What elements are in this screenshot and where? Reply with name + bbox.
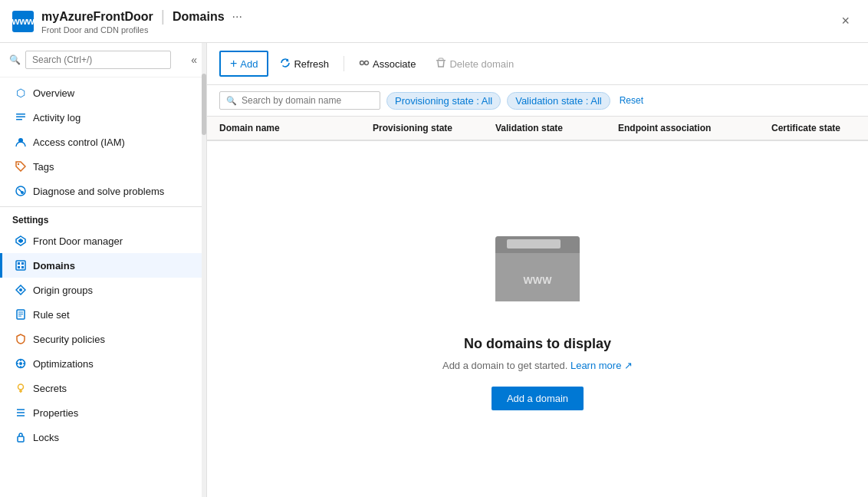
content-area: + Add Refresh <box>207 43 868 497</box>
sidebar-item-label: Activity log <box>33 112 81 123</box>
domains-icon <box>15 259 27 272</box>
origin-groups-icon <box>15 284 27 296</box>
sidebar-item-label: Locks <box>33 432 59 443</box>
table-header: Domain name Provisioning state Validatio… <box>207 117 868 141</box>
svg-rect-40 <box>495 250 580 253</box>
header: www myAzureFrontDoor | Domains ··· Front… <box>0 0 868 43</box>
empty-title: No domains to display <box>464 336 611 352</box>
sidebar-nav: ⬡ Overview Activity log <box>0 77 206 497</box>
search-icon: 🔍 <box>9 54 21 65</box>
svg-rect-33 <box>18 436 24 442</box>
sidebar-item-tags[interactable]: Tags <box>0 154 206 179</box>
scrollbar-track <box>202 43 206 497</box>
svg-rect-11 <box>18 262 20 265</box>
sidebar-item-diagnose[interactable]: Diagnose and solve problems <box>0 179 206 203</box>
sidebar-item-label: Optimizations <box>33 358 94 370</box>
more-options-icon[interactable]: ··· <box>232 10 242 24</box>
sidebar-item-activity-log[interactable]: Activity log <box>0 105 206 130</box>
diagnose-icon <box>15 185 27 197</box>
svg-point-22 <box>19 362 22 365</box>
sidebar-item-secrets[interactable]: Secrets <box>0 376 206 400</box>
svg-rect-37 <box>436 60 446 61</box>
svg-rect-12 <box>21 262 24 265</box>
scrollbar-thumb[interactable] <box>202 74 206 135</box>
access-control-icon <box>15 136 27 148</box>
sidebar-item-label: Tags <box>33 161 54 173</box>
sidebar-item-label: Diagnose and solve problems <box>33 186 164 197</box>
toolbar: + Add Refresh <box>207 43 868 85</box>
svg-rect-1 <box>16 117 25 118</box>
sidebar-item-label: Rule set <box>33 309 70 321</box>
sidebar-item-optimizations[interactable]: Optimizations <box>0 351 206 376</box>
sidebar-item-origin-groups[interactable]: Origin groups <box>0 278 206 302</box>
svg-rect-13 <box>18 266 20 268</box>
sidebar-item-domains[interactable]: Domains <box>0 253 206 278</box>
empty-subtitle: Add a domain to get started. Learn more … <box>442 360 633 371</box>
sidebar-item-front-door-manager[interactable]: Front Door manager <box>0 229 206 253</box>
sidebar-item-label: Overview <box>33 87 74 99</box>
main-layout: 🔍 « ⬡ Overview Activity log <box>0 43 868 497</box>
associate-icon <box>359 58 370 71</box>
page-title: Domains <box>173 10 225 24</box>
delete-domain-button[interactable]: Delete domain <box>427 52 522 76</box>
toolbar-divider <box>344 56 344 71</box>
header-titles: myAzureFrontDoor | Domains ··· Front Doo… <box>41 8 242 35</box>
refresh-icon <box>280 58 291 71</box>
security-policies-icon <box>15 333 27 345</box>
svg-point-34 <box>360 61 364 64</box>
svg-point-27 <box>18 384 24 390</box>
settings-section-label: Settings <box>0 206 206 229</box>
svg-rect-0 <box>16 114 25 115</box>
provisioning-state-filter[interactable]: Provisioning state : All <box>386 92 501 110</box>
sidebar-item-properties[interactable]: Properties <box>0 400 206 425</box>
sidebar-search-area: 🔍 « <box>0 43 206 77</box>
svg-point-35 <box>365 61 369 64</box>
sidebar-item-label: Security policies <box>33 334 105 345</box>
sidebar-collapse-button[interactable]: « <box>191 54 197 66</box>
svg-point-7 <box>21 191 24 194</box>
sidebar-item-label: Properties <box>33 407 78 419</box>
col-certificate-state: Certificate state <box>771 123 868 133</box>
add-button[interactable]: + Add <box>219 51 268 77</box>
sidebar-item-label: Secrets <box>33 383 67 394</box>
add-domain-button[interactable]: Add a domain <box>492 387 584 410</box>
svg-rect-10 <box>16 261 25 270</box>
svg-point-16 <box>19 288 22 291</box>
sidebar-item-overview[interactable]: ⬡ Overview <box>0 81 206 105</box>
external-link-icon: ↗ <box>624 360 633 371</box>
svg-marker-9 <box>18 239 23 243</box>
tags-icon <box>15 160 27 173</box>
domain-search-box[interactable]: 🔍 <box>219 91 380 110</box>
svg-text:WWW: WWW <box>524 275 553 286</box>
sidebar-item-locks[interactable]: Locks <box>0 425 206 449</box>
app-logo: www <box>12 11 34 32</box>
empty-state-icon: WWW <box>488 229 587 321</box>
sidebar-item-security-policies[interactable]: Security policies <box>0 327 206 351</box>
title-separator: | <box>161 8 165 25</box>
overview-icon: ⬡ <box>15 87 27 99</box>
add-icon: + <box>230 57 237 71</box>
refresh-button[interactable]: Refresh <box>271 52 337 76</box>
rule-set-icon <box>15 308 27 321</box>
validation-state-filter[interactable]: Validation state : All <box>507 92 610 110</box>
sidebar-search-input[interactable] <box>25 51 171 69</box>
associate-button[interactable]: Associate <box>350 52 424 76</box>
sidebar-item-label: Access control (IAM) <box>33 137 125 148</box>
sidebar-item-label: Domains <box>33 260 75 272</box>
domain-search-input[interactable] <box>242 95 373 106</box>
activity-log-icon <box>15 111 27 123</box>
close-button[interactable]: × <box>835 10 856 32</box>
locks-icon <box>15 431 27 443</box>
learn-more-link[interactable]: Learn more ↗ <box>570 360 633 371</box>
col-endpoint-association: Endpoint association <box>618 123 771 133</box>
reset-filters-link[interactable]: Reset <box>620 95 643 106</box>
sidebar-item-rule-set[interactable]: Rule set <box>0 302 206 327</box>
col-provisioning-state: Provisioning state <box>373 123 495 133</box>
sidebar: 🔍 « ⬡ Overview Activity log <box>0 43 207 497</box>
svg-rect-14 <box>21 266 24 268</box>
svg-rect-2 <box>16 119 22 120</box>
filters-row: 🔍 Provisioning state : All Validation st… <box>207 85 868 117</box>
sidebar-item-label: Front Door manager <box>33 235 123 247</box>
resource-subtitle: Front Door and CDN profiles <box>41 25 242 35</box>
sidebar-item-access-control[interactable]: Access control (IAM) <box>0 130 206 154</box>
